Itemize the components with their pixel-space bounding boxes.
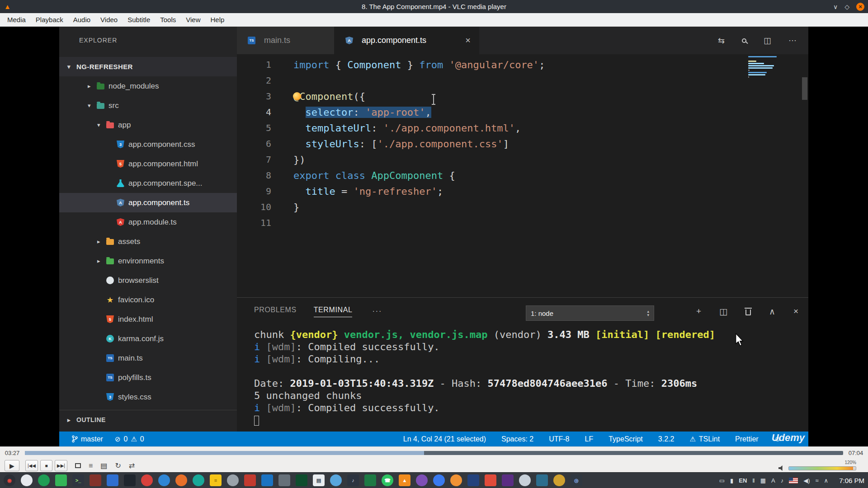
taskbar-app-icon[interactable] (450, 474, 462, 486)
taskbar-app-icon[interactable] (330, 474, 342, 486)
taskbar-app-icon[interactable] (433, 474, 445, 486)
tab-terminal[interactable]: TERMINAL (314, 306, 353, 317)
tree-item-app-component-css[interactable]: 3app.component.css (59, 135, 237, 154)
network-icon[interactable]: ≈ (815, 477, 818, 484)
taskbar-app-icon[interactable] (124, 474, 136, 486)
volume-icon[interactable] (778, 465, 785, 471)
maximize-panel-icon[interactable]: ∧ (769, 306, 775, 317)
tree-item-assets[interactable]: ▸assets (59, 232, 237, 251)
taskbar-app-icon[interactable] (21, 474, 33, 486)
code-line-9[interactable]: 9 title = 'ng-refresher'; (237, 183, 808, 199)
volume-slider[interactable] (788, 466, 856, 470)
tree-item-node-modules[interactable]: ▸node_modules (59, 76, 237, 96)
play-button[interactable]: ▶ (5, 460, 19, 471)
taskbar-app-icon[interactable] (227, 474, 239, 486)
menu-media[interactable]: Media (3, 14, 30, 25)
previous-button[interactable]: |◀◀ (25, 460, 38, 471)
taskbar-app-icon[interactable] (296, 474, 307, 486)
prettier-status[interactable]: Prettier (735, 435, 759, 443)
tree-item-favicon-ico[interactable]: ★favicon.ico (59, 290, 237, 310)
taskbar-app-icon[interactable]: ▲ (399, 474, 410, 486)
close-icon[interactable]: × (465, 35, 471, 46)
taskbar-app-icon[interactable] (502, 474, 514, 486)
taskbar-app-icon[interactable] (467, 474, 479, 486)
git-branch[interactable]: master (72, 435, 103, 443)
taskbar-app-icon[interactable] (485, 474, 496, 486)
stop-button[interactable]: ■ (40, 460, 52, 471)
menu-help[interactable]: Help (206, 14, 229, 25)
more-icon[interactable]: ··· (372, 307, 382, 315)
font-tool-icon[interactable]: A (771, 477, 775, 484)
tree-item-app-module-ts[interactable]: Aapp.module.ts (59, 212, 237, 232)
video-area[interactable]: EXPLORER ▾NG-REFRESHER▸node_modules▾src▾… (0, 27, 868, 446)
tree-item-main-ts[interactable]: TSmain.ts (59, 348, 237, 368)
tslint-status[interactable]: ⚠ TSLint (689, 435, 720, 443)
tree-item-karma-conf-js[interactable]: Kkarma.conf.js (59, 329, 237, 348)
tree-item-browserslist[interactable]: browserslist (59, 271, 237, 290)
editor-scrollbar[interactable] (802, 77, 807, 100)
taskbar-app-icon[interactable]: ◉ (4, 474, 15, 486)
terminal-select[interactable]: 1: node ▴▾ (526, 305, 654, 321)
taskbar-app-icon[interactable] (141, 474, 153, 486)
taskbar-app-icon[interactable] (553, 474, 565, 486)
split-terminal-icon[interactable]: ◫ (719, 306, 727, 317)
close-panel-icon[interactable]: × (793, 306, 798, 316)
code-line-1[interactable]: 1import { Component } from '@angular/cor… (237, 57, 808, 73)
display-icon[interactable]: ▭ (719, 477, 725, 484)
indentation[interactable]: Spaces: 2 (501, 435, 533, 443)
taskbar-app-icon[interactable]: ▤ (313, 474, 325, 486)
taskbar-app-icon[interactable] (416, 474, 428, 486)
language-mode[interactable]: TypeScript (609, 435, 643, 443)
code-line-10[interactable]: 10} (237, 199, 808, 215)
seek-slider[interactable] (25, 451, 843, 455)
taskbar-app-icon[interactable] (364, 474, 376, 486)
tree-item-index-html[interactable]: 5index.html (59, 310, 237, 329)
more-actions-icon[interactable]: ··· (788, 36, 797, 45)
taskbar-app-icon[interactable]: >_ (72, 474, 84, 486)
cursor-position[interactable]: Ln 4, Col 24 (21 selected) (403, 435, 486, 443)
close-button[interactable]: × (856, 3, 864, 11)
battery-icon[interactable]: ▮ (730, 477, 733, 484)
taskbar-app-icon[interactable] (90, 474, 101, 486)
taskbar-app-icon[interactable] (278, 474, 290, 486)
taskbar-app-icon[interactable] (38, 474, 50, 486)
menu-audio[interactable]: Audio (69, 14, 95, 25)
tree-item-polyfills-ts[interactable]: TSpolyfills.ts (59, 368, 237, 387)
lightbulb-icon[interactable] (293, 92, 301, 100)
taskbar-app-icon[interactable] (536, 474, 548, 486)
note-icon[interactable]: ♪ (781, 477, 784, 484)
open-changes-icon[interactable]: ⇆ (718, 36, 725, 46)
fullscreen-icon[interactable] (75, 463, 81, 468)
taskbar-app-icon[interactable] (158, 474, 170, 486)
minimize-button[interactable]: ∨ (833, 3, 838, 11)
tree-item-ng-refresher[interactable]: ▾NG-REFRESHER (59, 57, 237, 76)
menu-subtitle[interactable]: Subtitle (123, 14, 155, 25)
code-line-11[interactable]: 11 (237, 215, 808, 231)
code-line-5[interactable]: 5 templateUrl: './app.component.html', (237, 120, 808, 136)
minimap[interactable] (748, 56, 780, 81)
eol-indicator[interactable]: LF (585, 435, 594, 443)
tree-item-app[interactable]: ▾app (59, 115, 237, 135)
menu-video[interactable]: Video (96, 14, 122, 25)
code-line-3[interactable]: 3@Component({ (237, 89, 808, 104)
tab-problems[interactable]: PROBLEMS (254, 306, 297, 317)
code-editor[interactable]: 1import { Component } from '@angular/cor… (237, 54, 808, 297)
outline-section[interactable]: ▸ OUTLINE (59, 410, 237, 429)
taskbar-app-icon[interactable] (244, 474, 256, 486)
tab-app-component-ts[interactable]: Aapp.component.ts× (335, 27, 479, 54)
code-line-4[interactable]: 4 selector: 'app-root', (237, 104, 808, 120)
problems-indicator[interactable]: ⊘ 0 ⚠ 0 (115, 435, 144, 443)
taskbar-app-icon[interactable] (55, 474, 67, 486)
taskbar-app-icon[interactable] (193, 474, 204, 486)
code-line-2[interactable]: 2 (237, 73, 808, 89)
terminal-output[interactable]: chunk {vendor} vendor.js, vendor.js.map … (254, 328, 799, 426)
new-terminal-icon[interactable]: + (696, 306, 701, 316)
taskbar-app-icon[interactable] (175, 474, 187, 486)
code-line-6[interactable]: 6 styleUrls: ['./app.component.css'] (237, 136, 808, 152)
tree-item-app-component-spe[interactable]: app.component.spe... (59, 174, 237, 193)
keyboard-icon[interactable]: ▦ (760, 477, 766, 484)
tree-item-styles-css[interactable]: 3styles.css (59, 387, 237, 407)
kill-terminal-icon[interactable] (745, 308, 751, 315)
taskbar-app-icon[interactable] (261, 474, 273, 486)
taskbar-app-icon[interactable]: ≡ (210, 474, 222, 486)
